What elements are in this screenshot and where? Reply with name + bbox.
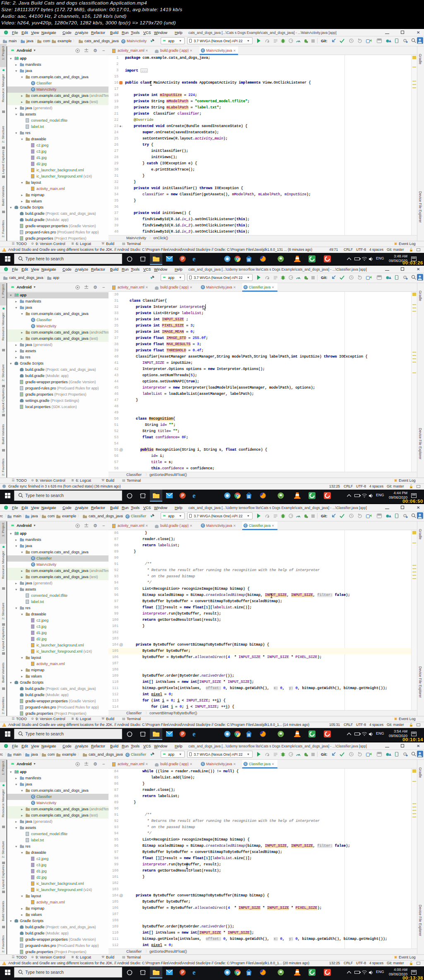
svg-text:!: ! (3, 724, 4, 727)
svg-text:P: P (181, 493, 184, 498)
svg-text:!: ! (3, 962, 4, 965)
svg-text:!: ! (3, 249, 4, 252)
svg-text:P: P (181, 732, 184, 736)
svg-text:P: P (181, 970, 184, 975)
svg-text:e: e (193, 731, 195, 737)
svg-text:e: e (193, 492, 195, 499)
svg-text:P: P (181, 257, 184, 261)
svg-text:e: e (193, 969, 195, 975)
svg-text:e: e (193, 256, 195, 262)
